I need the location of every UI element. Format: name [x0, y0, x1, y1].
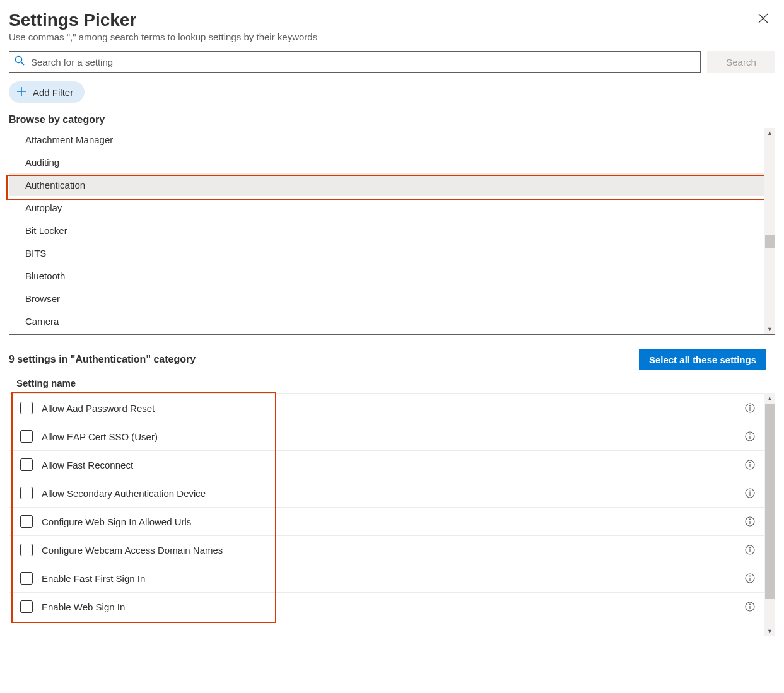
- category-list: Attachment ManagerAuditingAuthentication…: [9, 128, 764, 334]
- scroll-up-icon[interactable]: ▲: [764, 128, 775, 138]
- setting-name: Allow Fast Reconnect: [42, 460, 745, 470]
- svg-line-3: [21, 62, 25, 66]
- setting-row: Enable Fast First Sign In: [9, 564, 764, 592]
- browse-label: Browse by category: [9, 114, 775, 125]
- scroll-thumb[interactable]: [765, 404, 775, 599]
- plus-icon: [16, 86, 26, 98]
- category-item[interactable]: BITS: [9, 242, 764, 264]
- setting-checkbox[interactable]: [20, 544, 33, 556]
- select-all-button[interactable]: Select all these settings: [639, 349, 766, 370]
- info-icon[interactable]: [745, 403, 755, 413]
- setting-row: Configure Web Sign In Allowed Urls: [9, 507, 764, 535]
- setting-row: Allow Aad Password Reset: [9, 393, 764, 422]
- scroll-thumb[interactable]: [765, 235, 775, 248]
- setting-row: Allow Fast Reconnect: [9, 450, 764, 479]
- page-subtitle: Use commas "," among search terms to loo…: [9, 32, 775, 42]
- setting-name: Allow EAP Cert SSO (User): [42, 431, 745, 442]
- info-icon[interactable]: [745, 545, 755, 555]
- search-button[interactable]: Search: [707, 51, 775, 73]
- scroll-down-icon[interactable]: ▼: [764, 626, 775, 636]
- setting-checkbox[interactable]: [20, 515, 33, 528]
- category-item[interactable]: Auditing: [9, 151, 764, 173]
- info-icon[interactable]: [745, 488, 755, 498]
- setting-checkbox[interactable]: [20, 430, 33, 443]
- scroll-up-icon[interactable]: ▲: [764, 393, 775, 404]
- info-icon[interactable]: [745, 602, 755, 612]
- settings-scrollbar[interactable]: ▲ ▼: [764, 393, 775, 636]
- setting-checkbox[interactable]: [20, 402, 33, 414]
- setting-name: Configure Web Sign In Allowed Urls: [42, 516, 745, 527]
- category-item[interactable]: Authentication: [9, 173, 764, 196]
- search-input-container[interactable]: [9, 51, 701, 73]
- setting-row: Allow EAP Cert SSO (User): [9, 422, 764, 450]
- setting-checkbox[interactable]: [20, 600, 33, 613]
- scroll-down-icon[interactable]: ▼: [764, 324, 775, 334]
- info-icon[interactable]: [745, 431, 755, 441]
- setting-name: Allow Aad Password Reset: [42, 403, 745, 414]
- setting-name: Configure Webcam Access Domain Names: [42, 545, 745, 556]
- column-header: Setting name: [9, 378, 775, 388]
- search-input[interactable]: [30, 56, 695, 68]
- setting-row: Allow Secondary Authentication Device: [9, 479, 764, 507]
- svg-point-2: [16, 57, 22, 63]
- page-title: Settings Picker: [9, 10, 775, 30]
- add-filter-label: Add Filter: [33, 87, 73, 98]
- category-item[interactable]: Camera: [9, 310, 764, 332]
- info-icon[interactable]: [745, 460, 755, 470]
- setting-row: Configure Webcam Access Domain Names: [9, 535, 764, 564]
- setting-checkbox[interactable]: [20, 487, 33, 499]
- setting-row: Enable Web Sign In: [9, 592, 764, 620]
- settings-list: Allow Aad Password ResetAllow EAP Cert S…: [9, 393, 764, 636]
- info-icon[interactable]: [745, 516, 755, 527]
- search-icon: [15, 55, 30, 68]
- setting-checkbox[interactable]: [20, 572, 33, 585]
- category-item[interactable]: Autoplay: [9, 196, 764, 219]
- setting-checkbox[interactable]: [20, 458, 33, 471]
- setting-name: Enable Fast First Sign In: [42, 573, 745, 584]
- category-item[interactable]: Bluetooth: [9, 264, 764, 287]
- add-filter-button[interactable]: Add Filter: [9, 81, 85, 103]
- close-icon[interactable]: [758, 13, 769, 26]
- setting-name: Allow Secondary Authentication Device: [42, 488, 745, 499]
- setting-name: Enable Web Sign In: [42, 602, 745, 612]
- results-summary: 9 settings in "Authentication" category: [9, 354, 196, 365]
- category-scrollbar[interactable]: ▲ ▼: [764, 128, 775, 334]
- category-item[interactable]: Bit Locker: [9, 219, 764, 242]
- info-icon[interactable]: [745, 573, 755, 583]
- category-item[interactable]: Browser: [9, 287, 764, 310]
- category-item[interactable]: Attachment Manager: [9, 128, 764, 151]
